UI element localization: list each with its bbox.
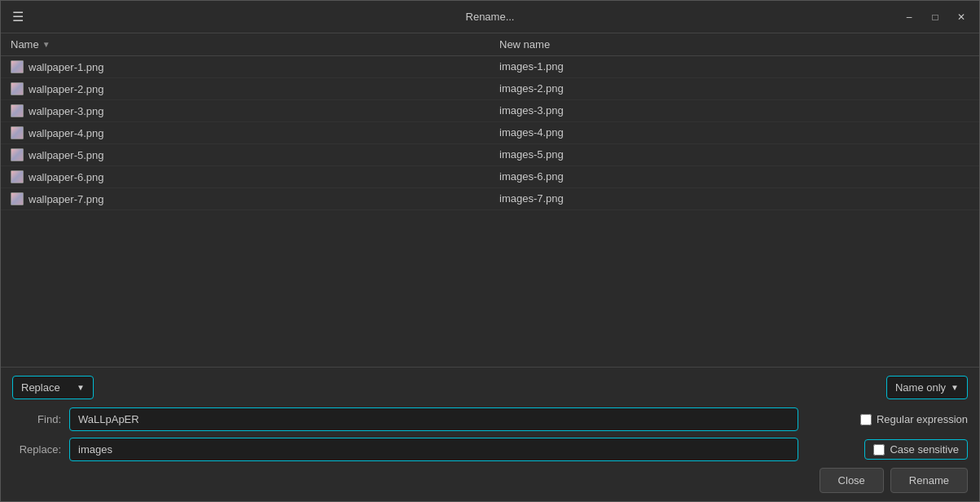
find-label: Find:	[12, 413, 61, 425]
file-icon	[11, 170, 24, 183]
mode-dropdown[interactable]: Replace ▼	[12, 376, 94, 399]
window-title: Rename...	[466, 11, 515, 23]
file-name: wallpaper-1.png	[29, 61, 104, 73]
file-name: wallpaper-2.png	[29, 83, 104, 95]
close-dialog-button[interactable]: Close	[820, 468, 884, 493]
mode-dropdown-arrow: ▼	[77, 383, 85, 392]
cell-name: wallpaper-6.png	[1, 169, 490, 185]
file-name: wallpaper-7.png	[29, 193, 104, 205]
find-input[interactable]	[69, 407, 798, 431]
table-row: wallpaper-2.png images-2.png	[1, 78, 979, 100]
file-table: Name ▼ New name wallpaper-1.png images-1…	[1, 33, 979, 367]
titlebar: ☰ Rename... – □ ✕	[1, 1, 979, 33]
minimize-button[interactable]: –	[898, 6, 921, 29]
table-row: wallpaper-3.png images-3.png	[1, 100, 979, 122]
file-icon	[11, 82, 24, 95]
table-row: wallpaper-7.png images-7.png	[1, 188, 979, 210]
file-icon	[11, 126, 24, 139]
replace-label: Replace:	[12, 443, 61, 456]
regular-expression-label: Regular expression	[877, 413, 968, 425]
case-sensitive-wrapper: Case sensitive	[864, 439, 968, 460]
case-sensitive-checkbox[interactable]	[873, 444, 885, 456]
bottom-panel: Replace ▼ Name only ▼ Find: Regular e	[1, 367, 979, 501]
scope-dropdown[interactable]: Name only ▼	[886, 376, 968, 399]
window-controls: – □ ✕	[898, 6, 973, 29]
cell-new-name: images-5.png	[490, 147, 979, 163]
cell-new-name: images-2.png	[490, 81, 979, 97]
rename-button[interactable]: Rename	[890, 468, 968, 493]
table-row: wallpaper-1.png images-1.png	[1, 56, 979, 78]
scope-dropdown-arrow: ▼	[951, 383, 959, 392]
mode-dropdown-label: Replace	[21, 381, 60, 394]
case-sensitive-label: Case sensitive	[890, 443, 959, 456]
file-icon	[11, 192, 24, 205]
menu-button[interactable]: ☰	[7, 6, 29, 28]
cell-name: wallpaper-2.png	[1, 81, 490, 97]
table-row: wallpaper-6.png images-6.png	[1, 166, 979, 188]
cell-new-name: images-4.png	[490, 125, 979, 141]
titlebar-left: ☰	[7, 6, 29, 28]
sort-icon: ▼	[42, 40, 51, 49]
cell-name: wallpaper-5.png	[1, 147, 490, 163]
file-name: wallpaper-3.png	[29, 105, 104, 117]
scope-dropdown-label: Name only	[895, 381, 946, 394]
main-content: Name ▼ New name wallpaper-1.png images-1…	[1, 33, 979, 501]
col-name-header: Name ▼	[1, 38, 490, 51]
rename-dialog: ☰ Rename... – □ ✕ Name ▼ New name wall	[0, 0, 980, 502]
cell-name: wallpaper-4.png	[1, 125, 490, 141]
cell-new-name: images-6.png	[490, 169, 979, 185]
file-name: wallpaper-5.png	[29, 149, 104, 161]
cell-new-name: images-1.png	[490, 59, 979, 75]
file-icon	[11, 148, 24, 161]
cell-name: wallpaper-1.png	[1, 59, 490, 75]
table-header: Name ▼ New name	[1, 33, 979, 56]
maximize-button[interactable]: □	[924, 6, 947, 29]
table-row: wallpaper-5.png images-5.png	[1, 144, 979, 166]
regular-expression-checkbox-label[interactable]: Regular expression	[860, 413, 968, 425]
cell-new-name: images-7.png	[490, 191, 979, 207]
col-new-name-header: New name	[490, 38, 979, 51]
file-name: wallpaper-6.png	[29, 171, 104, 183]
file-name: wallpaper-4.png	[29, 127, 104, 139]
cell-name: wallpaper-7.png	[1, 191, 490, 207]
file-icon	[11, 104, 24, 117]
cell-new-name: images-3.png	[490, 103, 979, 119]
replace-input[interactable]	[69, 438, 798, 461]
cell-name: wallpaper-3.png	[1, 103, 490, 119]
close-button[interactable]: ✕	[950, 6, 973, 29]
regular-expression-checkbox[interactable]	[860, 414, 872, 425]
file-icon	[11, 60, 24, 73]
table-row: wallpaper-4.png images-4.png	[1, 122, 979, 144]
case-sensitive-checkbox-label[interactable]: Case sensitive	[873, 443, 959, 456]
